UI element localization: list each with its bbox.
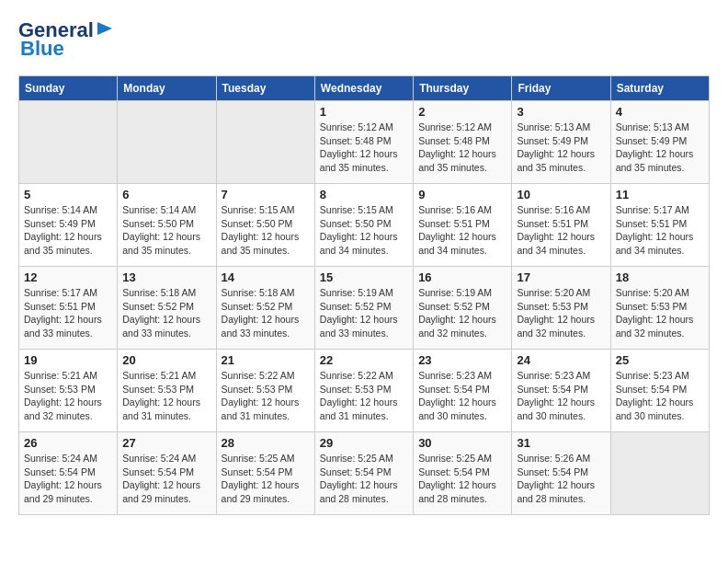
logo: General Blue: [18, 18, 116, 61]
week-row-2: 5Sunrise: 5:14 AM Sunset: 5:49 PM Daylig…: [19, 184, 710, 267]
calendar-cell: 16Sunrise: 5:19 AM Sunset: 5:52 PM Dayli…: [414, 267, 512, 350]
calendar-cell: 3Sunrise: 5:13 AM Sunset: 5:49 PM Daylig…: [512, 101, 610, 184]
day-number: 16: [418, 270, 506, 284]
day-info: Sunrise: 5:23 AM Sunset: 5:54 PM Dayligh…: [418, 369, 506, 423]
day-header-wednesday: Wednesday: [314, 76, 413, 101]
day-number: 7: [222, 188, 310, 201]
calendar-cell: 30Sunrise: 5:25 AM Sunset: 5:54 PM Dayli…: [414, 432, 512, 515]
calendar-cell: 18Sunrise: 5:20 AM Sunset: 5:53 PM Dayli…: [610, 267, 709, 350]
day-info: Sunrise: 5:23 AM Sunset: 5:54 PM Dayligh…: [517, 369, 605, 423]
day-info: Sunrise: 5:21 AM Sunset: 5:53 PM Dayligh…: [122, 369, 210, 423]
calendar-cell: 14Sunrise: 5:18 AM Sunset: 5:52 PM Dayli…: [216, 267, 314, 350]
day-number: 13: [122, 270, 210, 284]
day-info: Sunrise: 5:19 AM Sunset: 5:52 PM Dayligh…: [418, 286, 506, 340]
day-number: 19: [24, 353, 112, 367]
day-info: Sunrise: 5:12 AM Sunset: 5:48 PM Dayligh…: [320, 121, 408, 175]
svg-marker-0: [97, 22, 112, 35]
calendar-cell: 31Sunrise: 5:26 AM Sunset: 5:54 PM Dayli…: [512, 432, 610, 515]
day-info: Sunrise: 5:25 AM Sunset: 5:54 PM Dayligh…: [320, 452, 408, 506]
week-row-4: 19Sunrise: 5:21 AM Sunset: 5:53 PM Dayli…: [19, 350, 710, 432]
calendar-cell: 4Sunrise: 5:13 AM Sunset: 5:49 PM Daylig…: [610, 101, 709, 184]
day-header-friday: Friday: [512, 76, 610, 101]
day-number: 26: [24, 436, 112, 450]
day-info: Sunrise: 5:18 AM Sunset: 5:52 PM Dayligh…: [122, 286, 210, 340]
calendar-cell: 27Sunrise: 5:24 AM Sunset: 5:54 PM Dayli…: [118, 432, 216, 515]
day-info: Sunrise: 5:25 AM Sunset: 5:54 PM Dayligh…: [418, 452, 506, 506]
day-info: Sunrise: 5:24 AM Sunset: 5:54 PM Dayligh…: [24, 452, 112, 506]
day-number: 28: [222, 436, 310, 450]
calendar-cell: 1Sunrise: 5:12 AM Sunset: 5:48 PM Daylig…: [314, 101, 413, 184]
day-info: Sunrise: 5:15 AM Sunset: 5:50 PM Dayligh…: [320, 203, 408, 258]
day-info: Sunrise: 5:13 AM Sunset: 5:49 PM Dayligh…: [517, 121, 605, 175]
day-number: 15: [320, 270, 408, 284]
day-info: Sunrise: 5:17 AM Sunset: 5:51 PM Dayligh…: [616, 203, 704, 258]
day-info: Sunrise: 5:14 AM Sunset: 5:50 PM Dayligh…: [122, 203, 210, 258]
day-header-tuesday: Tuesday: [216, 76, 314, 101]
calendar-cell: 20Sunrise: 5:21 AM Sunset: 5:53 PM Dayli…: [118, 350, 216, 432]
day-header-monday: Monday: [118, 76, 216, 101]
day-info: Sunrise: 5:26 AM Sunset: 5:54 PM Dayligh…: [517, 452, 605, 506]
day-number: 31: [517, 436, 605, 450]
day-info: Sunrise: 5:25 AM Sunset: 5:54 PM Dayligh…: [222, 452, 310, 506]
logo-arrow-icon: [96, 18, 116, 39]
calendar-cell: 24Sunrise: 5:23 AM Sunset: 5:54 PM Dayli…: [512, 350, 610, 432]
calendar-cell: 5Sunrise: 5:14 AM Sunset: 5:49 PM Daylig…: [19, 184, 118, 267]
day-number: 24: [517, 353, 605, 367]
day-info: Sunrise: 5:18 AM Sunset: 5:52 PM Dayligh…: [222, 286, 310, 340]
day-info: Sunrise: 5:13 AM Sunset: 5:49 PM Dayligh…: [616, 121, 704, 175]
day-info: Sunrise: 5:14 AM Sunset: 5:49 PM Dayligh…: [24, 203, 112, 258]
day-number: 21: [222, 353, 310, 367]
day-number: 29: [320, 436, 408, 450]
day-number: 27: [122, 436, 210, 450]
calendar-cell: 17Sunrise: 5:20 AM Sunset: 5:53 PM Dayli…: [512, 267, 610, 350]
day-header-saturday: Saturday: [610, 76, 709, 101]
day-number: 11: [616, 188, 704, 201]
header-row: SundayMondayTuesdayWednesdayThursdayFrid…: [19, 76, 710, 101]
calendar-cell: [19, 101, 118, 184]
calendar-cell: 15Sunrise: 5:19 AM Sunset: 5:52 PM Dayli…: [314, 267, 413, 350]
logo-blue: Blue: [20, 37, 64, 61]
calendar-cell: 10Sunrise: 5:16 AM Sunset: 5:51 PM Dayli…: [512, 184, 610, 267]
day-info: Sunrise: 5:12 AM Sunset: 5:48 PM Dayligh…: [418, 121, 506, 175]
day-info: Sunrise: 5:19 AM Sunset: 5:52 PM Dayligh…: [320, 286, 408, 340]
day-number: 10: [517, 188, 605, 201]
calendar-cell: 29Sunrise: 5:25 AM Sunset: 5:54 PM Dayli…: [314, 432, 413, 515]
calendar-cell: 22Sunrise: 5:22 AM Sunset: 5:53 PM Dayli…: [314, 350, 413, 432]
calendar-cell: 6Sunrise: 5:14 AM Sunset: 5:50 PM Daylig…: [118, 184, 216, 267]
day-info: Sunrise: 5:22 AM Sunset: 5:53 PM Dayligh…: [320, 369, 408, 423]
day-number: 25: [616, 353, 704, 367]
day-info: Sunrise: 5:22 AM Sunset: 5:53 PM Dayligh…: [222, 369, 310, 423]
calendar-cell: 26Sunrise: 5:24 AM Sunset: 5:54 PM Dayli…: [19, 432, 118, 515]
day-info: Sunrise: 5:17 AM Sunset: 5:51 PM Dayligh…: [24, 286, 112, 340]
day-number: 20: [122, 353, 210, 367]
calendar-cell: [118, 101, 216, 184]
day-info: Sunrise: 5:24 AM Sunset: 5:54 PM Dayligh…: [122, 452, 210, 506]
calendar-table: SundayMondayTuesdayWednesdayThursdayFrid…: [18, 75, 710, 515]
day-number: 22: [320, 353, 408, 367]
day-number: 8: [320, 188, 408, 201]
calendar-cell: 25Sunrise: 5:23 AM Sunset: 5:54 PM Dayli…: [610, 350, 709, 432]
week-row-5: 26Sunrise: 5:24 AM Sunset: 5:54 PM Dayli…: [19, 432, 710, 515]
calendar-cell: 19Sunrise: 5:21 AM Sunset: 5:53 PM Dayli…: [19, 350, 118, 432]
day-header-thursday: Thursday: [414, 76, 512, 101]
day-number: 12: [24, 270, 112, 284]
day-number: 17: [517, 270, 605, 284]
calendar-cell: 13Sunrise: 5:18 AM Sunset: 5:52 PM Dayli…: [118, 267, 216, 350]
calendar-cell: 12Sunrise: 5:17 AM Sunset: 5:51 PM Dayli…: [19, 267, 118, 350]
calendar-cell: 2Sunrise: 5:12 AM Sunset: 5:48 PM Daylig…: [414, 101, 512, 184]
day-info: Sunrise: 5:23 AM Sunset: 5:54 PM Dayligh…: [616, 369, 704, 423]
calendar-cell: 9Sunrise: 5:16 AM Sunset: 5:51 PM Daylig…: [414, 184, 512, 267]
day-number: 9: [418, 188, 506, 201]
day-info: Sunrise: 5:21 AM Sunset: 5:53 PM Dayligh…: [24, 369, 112, 423]
week-row-3: 12Sunrise: 5:17 AM Sunset: 5:51 PM Dayli…: [19, 267, 710, 350]
day-info: Sunrise: 5:16 AM Sunset: 5:51 PM Dayligh…: [517, 203, 605, 258]
day-number: 4: [616, 105, 704, 119]
day-info: Sunrise: 5:20 AM Sunset: 5:53 PM Dayligh…: [517, 286, 605, 340]
day-number: 3: [517, 105, 605, 119]
week-row-1: 1Sunrise: 5:12 AM Sunset: 5:48 PM Daylig…: [19, 101, 710, 184]
day-number: 1: [320, 105, 408, 119]
calendar-cell: 21Sunrise: 5:22 AM Sunset: 5:53 PM Dayli…: [216, 350, 314, 432]
day-number: 2: [418, 105, 506, 119]
day-header-sunday: Sunday: [19, 76, 118, 101]
day-info: Sunrise: 5:16 AM Sunset: 5:51 PM Dayligh…: [418, 203, 506, 258]
